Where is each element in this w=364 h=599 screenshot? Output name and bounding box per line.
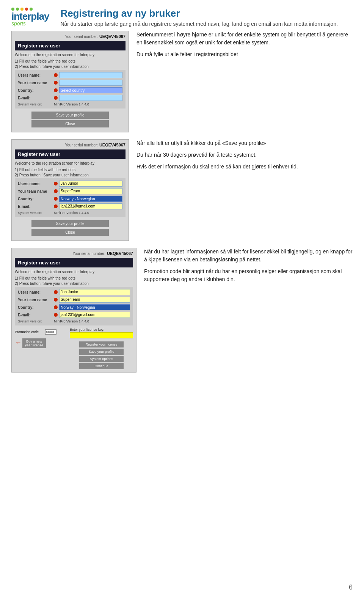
- label-team-2: Your team name: [18, 189, 54, 193]
- system-row-3: System version: MiniPro Version 1.4.4.0: [18, 319, 130, 323]
- screenshot-1: Your serial number: UEQEV45067 Register …: [11, 31, 129, 132]
- reg-header-2: Register new user: [15, 149, 126, 159]
- system-value-1: MiniPro Version 1.4.4.0: [54, 102, 89, 106]
- input-name-3[interactable]: Jan Junior: [59, 289, 130, 295]
- dot-name-3: [54, 290, 58, 294]
- instruction-3a: 1) Fill out the fields with the red dots: [15, 276, 133, 280]
- license-input[interactable]: [70, 332, 133, 338]
- screenshot-2: Your serial number: UEQEV45067 Register …: [11, 139, 129, 241]
- form-row-email-3: E-mail: jan1231@gmail.com: [18, 312, 130, 318]
- select-country-3[interactable]: Norway - Norwegian: [59, 304, 130, 310]
- dot-email-2: [54, 204, 58, 208]
- serial-label-2: Your serial number:: [65, 143, 98, 147]
- header: interplay sports Registrering av ny bruk…: [11, 8, 353, 27]
- label-email-1: E-mail:: [18, 96, 54, 100]
- row-2: Your serial number: UEQEV45067 Register …: [11, 139, 353, 241]
- dot-team-3: [54, 298, 58, 302]
- row-3: Your serial number: UEQEV45067 Register …: [11, 248, 353, 373]
- reg-header-1: Register new user: [15, 41, 126, 50]
- btn-system-options[interactable]: System options: [79, 356, 124, 362]
- system-label-2: System version:: [18, 211, 54, 215]
- form-row-team-3: Your team name SuperTeam: [18, 297, 130, 303]
- instruction-3b: 2) Press button: 'Save your user informa…: [15, 281, 133, 286]
- screenshot-3: Your serial number: UEQEV45067 Register …: [11, 248, 136, 373]
- btn-save-profile-3[interactable]: Save your profile: [79, 349, 124, 355]
- form-row-country-1: Country: Select country: [18, 87, 122, 93]
- form-1: Users name: Your team name Country: Sele…: [15, 70, 126, 108]
- dot-5: [30, 8, 33, 11]
- label-name-2: Users name:: [18, 182, 54, 186]
- dot-email-1: [54, 96, 58, 100]
- text-col-2: Når alle felt er utfylt så klikker du på…: [136, 139, 353, 175]
- right-license-section: Enter your license key: Register your li…: [70, 328, 133, 369]
- dot-country-3: [54, 305, 58, 309]
- select-country-2[interactable]: Norway - Norwegian: [59, 196, 122, 202]
- text-para-2a: Når alle felt er utfylt så klikker du på…: [136, 139, 353, 147]
- dot-team-2: [54, 189, 58, 193]
- form-row-country-2: Country: Norway - Norwegian: [18, 196, 122, 202]
- text-para-3a: Når du har lagret informasjonen så vil f…: [144, 248, 353, 264]
- label-name-3: Users name:: [18, 290, 54, 294]
- btn-register-license[interactable]: Register your license: [79, 341, 124, 347]
- input-name-1[interactable]: [59, 72, 122, 78]
- serial-label-3: Your serial number:: [73, 252, 105, 256]
- input-email-1[interactable]: [59, 95, 122, 101]
- welcome-1: Welcome to the registration screen for I…: [15, 53, 126, 57]
- input-team-2[interactable]: SuperTeam: [59, 188, 122, 194]
- btn-close-1[interactable]: Close: [31, 120, 109, 127]
- input-name-2[interactable]: Jan Junior: [59, 181, 122, 187]
- serial-value-2: UEQEV45067: [99, 143, 126, 147]
- label-name-1: Users name:: [18, 73, 54, 77]
- select-country-1[interactable]: Select country: [59, 87, 122, 93]
- serial-value-3: UEQEV45067: [107, 251, 133, 256]
- btn-save-2[interactable]: Save your profile: [31, 220, 109, 227]
- dot-country-2: [54, 197, 58, 201]
- promo-input[interactable]: [45, 329, 56, 335]
- form-row-country-3: Country: Norway - Norwegian: [18, 304, 130, 310]
- label-country-1: Country:: [18, 88, 54, 93]
- label-email-3: E-mail:: [18, 313, 54, 317]
- page-title: Registrering av ny bruker: [60, 8, 353, 19]
- logo-dots: [11, 8, 33, 11]
- btn-buy-license[interactable]: Buy a new year license: [22, 338, 46, 348]
- dot-email-3: [54, 313, 58, 317]
- dot-1: [11, 8, 14, 11]
- promo-label: Promotion code: [15, 330, 45, 334]
- arrow-buy-row: ← Buy a new year license: [15, 337, 58, 348]
- instruction-1a: 1) Fill out the fields with the red dots: [15, 59, 126, 63]
- form-row-email-2: E-mail: jan1231@gmail.com: [18, 203, 122, 209]
- text-para-2b: Du har når 30 dagers prøvetid for å test…: [136, 151, 353, 159]
- dot-name-2: [54, 182, 58, 186]
- btn-save-1[interactable]: Save your profile: [31, 112, 109, 119]
- label-team-3: Your team name: [18, 298, 54, 302]
- dot-3: [20, 8, 24, 11]
- reg-header-3: Register new user: [15, 258, 133, 267]
- instruction-2b: 2) Press button: 'Save your user informa…: [15, 173, 126, 177]
- label-country-3: Country:: [18, 305, 54, 310]
- btn-continue[interactable]: Continue: [79, 363, 124, 369]
- logo-sports: sports: [11, 20, 26, 27]
- red-arrow-icon: ←: [15, 339, 22, 347]
- system-row-1: System version: MiniPro Version 1.4.4.0: [18, 102, 122, 106]
- text-para-2c: Hvis det er informasjon du skal endre så…: [136, 163, 353, 171]
- form-row-name-1: Users name:: [18, 72, 122, 78]
- serial-row-3: Your serial number: UEQEV45067: [15, 251, 133, 256]
- input-email-3[interactable]: jan1231@gmail.com: [59, 312, 130, 318]
- text-para-3b: Promotion code blir angitt når du har en…: [144, 267, 353, 283]
- serial-row-1: Your serial number: UEQEV45067: [15, 34, 126, 39]
- form-row-email-1: E-mail:: [18, 95, 122, 101]
- system-label-1: System version:: [18, 102, 54, 106]
- page-title-block: Registrering av ny bruker Når du starter…: [60, 8, 353, 27]
- serial-value-1: UEQEV45067: [99, 34, 126, 39]
- bottom-btns: Register your license Save your profile …: [70, 341, 133, 369]
- promo-row: Promotion code: [15, 329, 58, 335]
- input-team-3[interactable]: SuperTeam: [59, 297, 130, 303]
- input-team-1[interactable]: [59, 80, 122, 86]
- dot-2: [16, 8, 19, 11]
- btn-close-2[interactable]: Close: [31, 229, 109, 236]
- input-email-2[interactable]: jan1231@gmail.com: [59, 203, 122, 209]
- dot-4: [25, 8, 28, 11]
- welcome-3: Welcome to the registration screen for I…: [15, 270, 133, 274]
- system-value-3: MiniPro Version 1.4.4.0: [54, 319, 89, 323]
- label-team-1: Your team name: [18, 81, 54, 85]
